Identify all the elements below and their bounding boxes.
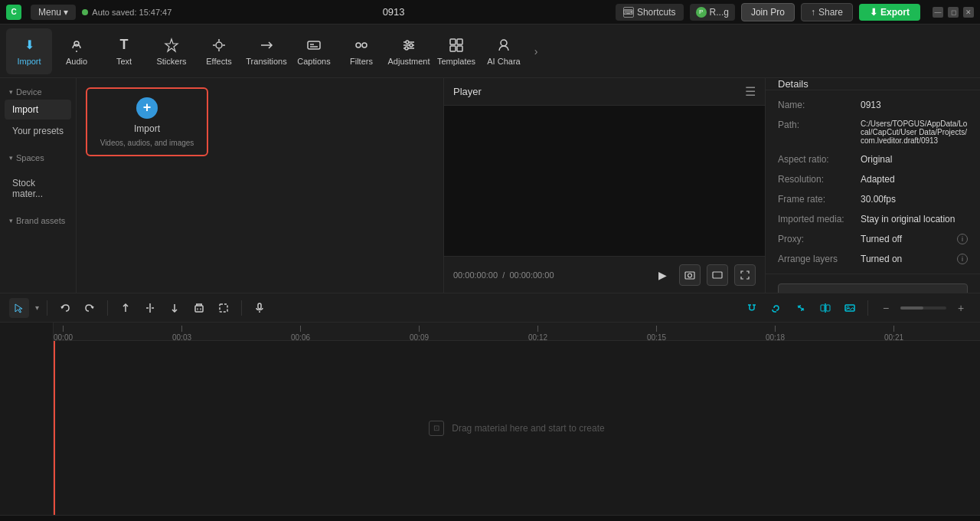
fullscreen-button[interactable] bbox=[734, 264, 756, 286]
proxy-info-icon[interactable]: i bbox=[957, 234, 968, 244]
tool-templates[interactable]: Templates bbox=[433, 28, 479, 74]
details-title: Details bbox=[778, 78, 808, 90]
detail-label-path: Path: bbox=[778, 120, 854, 130]
sidebar-item-presets[interactable]: Your presets bbox=[5, 121, 71, 141]
join-pro-button[interactable]: Join Pro bbox=[741, 3, 795, 21]
import-box-label: Import bbox=[134, 123, 160, 134]
horizontal-scrollbar[interactable] bbox=[0, 515, 980, 521]
tool-text[interactable]: T Text bbox=[101, 28, 147, 74]
tool-effects[interactable]: Effects bbox=[196, 28, 242, 74]
tl-sep-3 bbox=[241, 300, 242, 316]
detail-label-aspect: Aspect ratio: bbox=[778, 154, 854, 165]
toolbar-more-button[interactable]: › bbox=[528, 28, 544, 74]
timeline-right-tools: − + bbox=[742, 298, 971, 318]
details-footer: Modify bbox=[766, 274, 980, 293]
sidebar-spacer-2 bbox=[5, 165, 71, 172]
export-button[interactable]: ⬇ Export bbox=[859, 4, 920, 21]
import-box[interactable]: + Import Videos, audios, and images bbox=[86, 87, 208, 156]
tl-mic-button[interactable] bbox=[250, 298, 270, 318]
device-label: Device bbox=[16, 87, 42, 97]
close-button[interactable]: ✕ bbox=[963, 7, 974, 18]
player-menu-icon[interactable]: ☰ bbox=[745, 84, 756, 99]
timeline-track-labels bbox=[0, 323, 54, 515]
tl-magnet-button[interactable] bbox=[742, 298, 762, 318]
tool-transitions[interactable]: Transitions bbox=[243, 28, 289, 74]
tool-stickers[interactable]: Stickers bbox=[149, 28, 194, 74]
detail-row-name: Name: 0913 bbox=[778, 100, 968, 110]
restore-button[interactable]: ◻ bbox=[948, 7, 959, 18]
tl-split-before-button[interactable] bbox=[116, 298, 136, 318]
window-controls: — ◻ ✕ bbox=[933, 7, 974, 18]
ratio-button[interactable] bbox=[707, 264, 728, 286]
adjustment-icon bbox=[400, 37, 417, 54]
detail-value-arrange-layers: Turned on bbox=[861, 254, 951, 264]
tl-unlink-button[interactable] bbox=[791, 298, 811, 318]
timeline-ruler: 00:0000:0300:0600:0900:1200:1500:1800:21 bbox=[54, 323, 980, 341]
player-canvas bbox=[444, 106, 765, 256]
tl-pic-button[interactable] bbox=[840, 298, 860, 318]
effects-icon bbox=[211, 37, 227, 54]
svg-point-2 bbox=[216, 42, 222, 48]
shortcuts-button[interactable]: ⌨ Shortcuts bbox=[616, 4, 684, 21]
detail-label-arrange-layers: Arrange layers bbox=[778, 254, 854, 264]
modify-button[interactable]: Modify bbox=[778, 283, 968, 293]
tl-select-tool[interactable] bbox=[9, 298, 29, 318]
svg-rect-45 bbox=[826, 305, 830, 311]
player-controls: 00:00:00:00 / 00:00:00:00 ▶ bbox=[444, 256, 765, 293]
menu-button[interactable]: Menu ▾ bbox=[31, 5, 76, 20]
timeline-body: 00:0000:0300:0600:0900:1200:1500:1800:21… bbox=[0, 323, 980, 515]
timeline-playhead[interactable] bbox=[54, 341, 55, 515]
spaces-group: ▾ Spaces bbox=[5, 150, 71, 164]
import-label: Import bbox=[17, 57, 41, 66]
tool-filters[interactable]: Filters bbox=[338, 28, 384, 74]
timecode-display: 00:00:00:00 / 00:00:00:00 bbox=[453, 270, 554, 280]
tl-sep-2 bbox=[107, 300, 108, 316]
screenshot-button[interactable] bbox=[679, 264, 701, 286]
tl-link-button[interactable] bbox=[766, 298, 786, 318]
svg-point-11 bbox=[362, 43, 367, 48]
tl-zoom-out-button[interactable]: − bbox=[876, 298, 896, 318]
svg-point-24 bbox=[688, 274, 692, 277]
detail-label-name: Name: bbox=[778, 100, 854, 110]
tl-undo-button[interactable] bbox=[55, 298, 75, 318]
play-button[interactable]: ▶ bbox=[652, 264, 673, 286]
topbar-right: ⌨ Shortcuts P R...g Join Pro ↑ Share ⬇ E… bbox=[616, 3, 974, 21]
sidebar-item-import[interactable]: Import bbox=[5, 100, 71, 120]
tl-split-button[interactable] bbox=[140, 298, 160, 318]
tl-split-after-button[interactable] bbox=[165, 298, 185, 318]
ruler-mark-3: 00:09 bbox=[410, 323, 429, 341]
tl-split-teal-button[interactable] bbox=[815, 298, 835, 318]
stickers-label: Stickers bbox=[156, 57, 186, 66]
share-icon: ↑ bbox=[811, 7, 815, 18]
tl-sep-1 bbox=[47, 300, 47, 316]
arrange-layers-info-icon[interactable]: i bbox=[957, 254, 968, 264]
tl-sep-4 bbox=[867, 300, 868, 316]
timeline-tracks: ⊡ Drag material here and start to create bbox=[54, 341, 980, 515]
tl-zoom-in-button[interactable]: + bbox=[951, 298, 971, 318]
brand-label: Brand assets bbox=[16, 216, 65, 225]
detail-label-imported-media: Imported media: bbox=[778, 214, 854, 224]
autosave-dot bbox=[82, 9, 88, 15]
drag-hint-icon: ⊡ bbox=[429, 421, 444, 436]
tool-ai-chara[interactable]: AI Chara bbox=[481, 28, 527, 74]
tl-delete-button[interactable] bbox=[189, 298, 209, 318]
minimize-button[interactable]: — bbox=[933, 7, 943, 18]
transitions-icon bbox=[258, 37, 275, 54]
tool-audio[interactable]: Audio bbox=[54, 28, 100, 74]
sidebar-item-stock[interactable]: Stock mater... bbox=[5, 173, 71, 204]
details-body: Name: 0913 Path: C:/Users/TOPGUS/AppData… bbox=[766, 90, 980, 274]
player-title: Player bbox=[453, 86, 482, 97]
tool-adjustment[interactable]: Adjustment bbox=[386, 28, 432, 74]
detail-value-imported-media: Stay in original location bbox=[861, 214, 968, 224]
tool-import[interactable]: ⬇ Import bbox=[6, 28, 52, 74]
tl-crop-button[interactable] bbox=[214, 298, 234, 318]
detail-row-framerate: Frame rate: 30.00fps bbox=[778, 194, 968, 205]
import-box-sublabel: Videos, audios, and images bbox=[100, 139, 194, 147]
profile-button[interactable]: P R...g bbox=[690, 4, 735, 21]
filters-icon bbox=[353, 37, 370, 54]
tl-zoom-slider[interactable] bbox=[900, 306, 946, 310]
tool-captions[interactable]: Captions bbox=[291, 28, 337, 74]
share-button[interactable]: ↑ Share bbox=[801, 3, 853, 21]
tl-redo-button[interactable] bbox=[80, 298, 100, 318]
main-content: ▾ Device Import Your presets ▾ Spaces St… bbox=[0, 78, 980, 293]
